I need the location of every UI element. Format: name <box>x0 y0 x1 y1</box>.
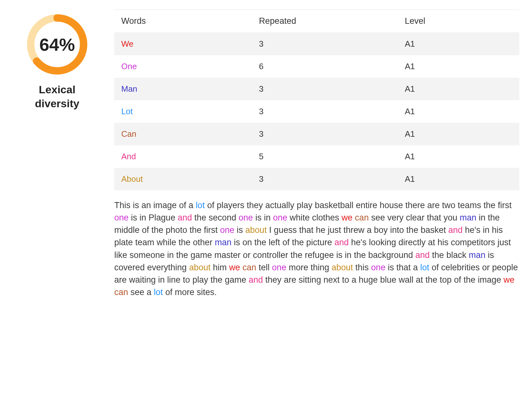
highlighted-word: lot <box>196 201 205 210</box>
cell-repeated: 3 <box>252 123 398 145</box>
highlighted-word: man <box>460 213 476 222</box>
table-header-row: Words Repeated Level <box>114 10 519 33</box>
highlighted-word: about <box>245 225 267 235</box>
passage-segment: the second <box>192 213 239 222</box>
cell-word: Lot <box>114 100 252 123</box>
highlighted-word: can <box>355 213 369 222</box>
highlighted-word: one <box>371 263 385 272</box>
passage-segment: is on the left of the picture <box>231 238 334 247</box>
highlighted-word: one <box>239 213 253 222</box>
cell-word: Man <box>114 78 252 100</box>
cell-repeated: 3 <box>252 33 398 56</box>
header-level: Level <box>398 10 519 33</box>
lexical-diversity-gauge: 64% <box>25 13 89 76</box>
passage-segment: is <box>234 225 245 235</box>
highlighted-word: and <box>416 250 430 260</box>
highlighted-word: can <box>114 287 128 297</box>
cell-level: A1 <box>398 145 519 168</box>
highlighted-word: one <box>272 263 286 272</box>
gauge-title-line1: Lexical <box>35 82 79 96</box>
cell-word: We <box>114 33 252 56</box>
right-column: Words Repeated Level We3A1One6A1Man3A1Lo… <box>114 10 519 299</box>
cell-level: A1 <box>398 33 519 56</box>
cell-level: A1 <box>398 123 519 145</box>
highlighted-word: about <box>189 263 211 272</box>
table-row: One6A1 <box>114 55 519 78</box>
cell-repeated: 3 <box>252 100 398 123</box>
highlighted-word: man <box>469 250 486 260</box>
cell-level: A1 <box>398 100 519 123</box>
highlighted-word: can <box>243 263 256 272</box>
passage-text: This is an image of a lot of players the… <box>114 199 519 299</box>
table-row: Lot3A1 <box>114 100 519 123</box>
passage-segment: him <box>210 263 229 272</box>
highlighted-word: we <box>342 213 353 222</box>
passage-segment: this <box>353 263 371 272</box>
passage-segment: they are sitting next to a huge blue wal… <box>263 275 503 285</box>
highlighted-word: one <box>220 225 234 235</box>
passage-segment: is in <box>253 213 273 222</box>
cell-repeated: 3 <box>252 78 398 100</box>
left-column: 64% Lexical diversity <box>13 10 102 110</box>
passage-segment: see a <box>128 287 154 297</box>
highlighted-word: and <box>448 225 462 235</box>
cell-word: And <box>114 145 252 168</box>
passage-segment: white clothes <box>287 213 342 222</box>
passage-segment: of more sites. <box>163 287 217 297</box>
highlighted-word: and <box>334 238 349 247</box>
header-repeated: Repeated <box>252 10 398 33</box>
cell-level: A1 <box>398 168 519 190</box>
passage-segment: is that a <box>385 263 420 272</box>
table-row: We3A1 <box>114 33 519 56</box>
header-words: Words <box>114 10 252 33</box>
highlighted-word: lot <box>154 287 163 297</box>
passage-segment <box>515 275 517 285</box>
passage-segment: This is an image of a <box>114 201 196 210</box>
highlighted-word: lot <box>420 263 429 272</box>
passage-segment <box>240 263 243 272</box>
gauge-title: Lexical diversity <box>35 82 79 110</box>
highlighted-word: and <box>178 213 192 222</box>
highlighted-word: and <box>249 275 263 285</box>
highlighted-word: man <box>215 238 232 247</box>
highlighted-word: about <box>331 263 353 272</box>
passage-segment: more thing <box>286 263 332 272</box>
passage-segment: of players they actually play basketball… <box>205 201 514 210</box>
gauge-percent: 64% <box>25 13 89 76</box>
gauge-title-line2: diversity <box>35 96 79 110</box>
cell-word: About <box>114 168 252 190</box>
cell-word: One <box>114 55 252 78</box>
highlighted-word: one <box>114 213 129 222</box>
passage-segment: see very clear that you <box>369 213 460 222</box>
passage-segment: I guess that he just threw a boy into th… <box>267 225 448 235</box>
cell-level: A1 <box>398 55 519 78</box>
passage-segment <box>353 213 355 222</box>
passage-segment: tell <box>256 263 272 272</box>
cell-repeated: 3 <box>252 168 398 190</box>
highlighted-word: one <box>273 213 287 222</box>
cell-repeated: 5 <box>252 145 398 168</box>
table-row: And5A1 <box>114 145 519 168</box>
highlighted-word: we <box>503 275 515 285</box>
table-row: Man3A1 <box>114 78 519 100</box>
passage-segment: the black <box>430 250 469 260</box>
page-layout: 64% Lexical diversity Words Repeated Lev… <box>13 10 519 299</box>
repeated-words-table: Words Repeated Level We3A1One6A1Man3A1Lo… <box>114 10 519 190</box>
table-row: About3A1 <box>114 168 519 190</box>
cell-repeated: 6 <box>252 55 398 78</box>
passage-segment: is in Plague <box>129 213 178 222</box>
cell-level: A1 <box>398 78 519 100</box>
cell-word: Can <box>114 123 252 145</box>
table-row: Can3A1 <box>114 123 519 145</box>
highlighted-word: we <box>229 263 240 272</box>
